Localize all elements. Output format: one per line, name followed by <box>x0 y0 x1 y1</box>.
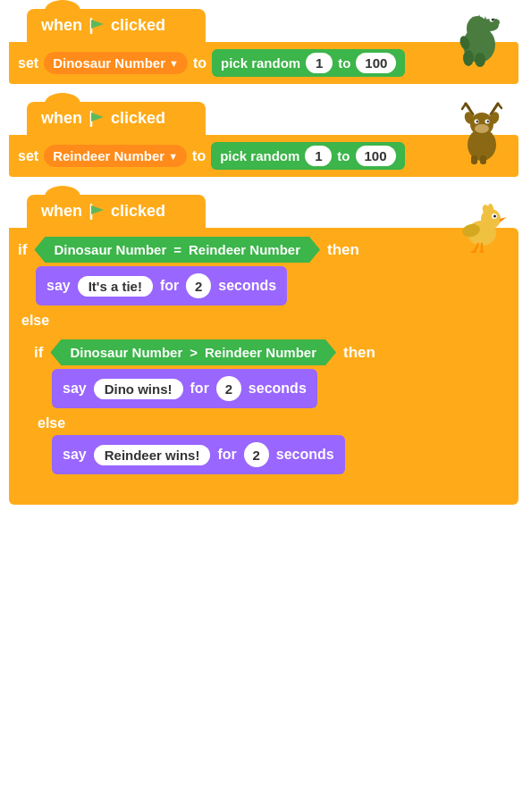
svg-line-19 <box>466 104 469 108</box>
svg-line-40 <box>475 244 478 251</box>
for-label-2: for <box>190 381 209 397</box>
svg-marker-33 <box>91 113 104 121</box>
from-val-1[interactable]: 1 <box>306 53 333 73</box>
hat-block-2[interactable]: when clicked <box>27 102 206 135</box>
bird-sprite <box>455 199 509 256</box>
seconds-label-2: seconds <box>249 381 307 397</box>
seconds-label-1: seconds <box>218 278 276 294</box>
when-label-1: when <box>41 16 82 35</box>
clicked-label-3: clicked <box>111 202 165 221</box>
clicked-label-2: clicked <box>111 109 165 128</box>
if-label-2: if <box>34 344 43 362</box>
dropdown-arrow-2: ▼ <box>168 151 178 162</box>
svg-marker-36 <box>500 217 507 222</box>
var-reindeer[interactable]: Reindeer Number ▼ <box>44 145 187 167</box>
svg-marker-14 <box>91 20 104 29</box>
then-label-2: then <box>343 344 375 362</box>
condition-2: Dinosaur Number > Reindeer Number <box>50 339 336 365</box>
block1-body: when clicked set Dinosaur Number ▼ to pi… <box>9 9 518 84</box>
to-val-1[interactable]: 100 <box>356 53 396 73</box>
pick-random-1[interactable]: pick random 1 to 100 <box>212 49 405 77</box>
condition-1: Dinosaur Number = Reindeer Number <box>34 237 320 263</box>
svg-point-12 <box>492 19 493 21</box>
hat-block-1[interactable]: when clicked <box>27 9 206 42</box>
say-text-2[interactable]: Dino wins! <box>94 379 183 399</box>
flag-icon-1 <box>88 18 105 34</box>
when-label-3: when <box>41 202 82 221</box>
say-label-3: say <box>63 447 87 463</box>
var-dino[interactable]: Dinosaur Number ▼ <box>44 52 188 74</box>
say-text-3[interactable]: Reindeer wins! <box>94 445 211 465</box>
clicked-label-1: clicked <box>111 16 165 35</box>
to-label-inner-1: to <box>338 55 350 71</box>
dinosaur-sprite <box>451 9 509 71</box>
flag-icon-2 <box>88 111 105 127</box>
set-block-1[interactable]: set Dinosaur Number ▼ to pick random 1 t… <box>9 42 518 84</box>
to-val-2[interactable]: 100 <box>356 146 396 166</box>
svg-rect-30 <box>471 155 477 164</box>
svg-marker-49 <box>91 205 104 214</box>
svg-point-6 <box>475 53 485 67</box>
set-label-2: set <box>18 148 38 164</box>
block-group-logic: when clicked if Dinosaur Number = Reinde… <box>9 195 522 505</box>
inner-if-block: if Dinosaur Number > Reindeer Number the… <box>27 332 510 490</box>
svg-line-22 <box>498 104 502 108</box>
svg-line-45 <box>482 251 484 253</box>
say-block-1[interactable]: say It's a tie! for 2 seconds <box>36 266 287 306</box>
then-label-1: then <box>327 241 359 259</box>
svg-point-5 <box>463 50 474 66</box>
svg-rect-31 <box>480 155 486 164</box>
if-row-2: if Dinosaur Number > Reindeer Number the… <box>34 339 502 365</box>
say-block-3[interactable]: say Reindeer wins! for 2 seconds <box>52 435 345 474</box>
block3-body: when clicked if Dinosaur Number = Reinde… <box>9 195 518 505</box>
if-label-1: if <box>18 241 27 259</box>
to-label-1: to <box>193 55 206 71</box>
say-block-2[interactable]: say Dino wins! for 2 seconds <box>52 369 317 408</box>
block-group-dinosaur: when clicked set Dinosaur Number ▼ to pi… <box>9 9 522 84</box>
svg-point-25 <box>475 124 489 133</box>
say-label-2: say <box>63 381 87 397</box>
pick-random-2[interactable]: pick random 1 to 100 <box>211 142 404 170</box>
if-else-container: if Dinosaur Number = Reindeer Number the… <box>9 228 518 505</box>
dropdown-arrow-1: ▼ <box>169 58 179 69</box>
set-label-1: set <box>18 55 38 71</box>
say-label-1: say <box>46 278 71 294</box>
say-num-1[interactable]: 2 <box>186 273 211 298</box>
else-label-2: else <box>38 415 502 431</box>
svg-point-38 <box>493 215 496 218</box>
when-label-2: when <box>41 109 82 128</box>
flag-icon-3 <box>88 204 105 220</box>
svg-point-27 <box>476 121 478 122</box>
svg-point-29 <box>487 121 489 122</box>
to-label-inner-2: to <box>337 148 350 163</box>
from-val-2[interactable]: 1 <box>305 146 332 166</box>
hat-block-3[interactable]: when clicked <box>27 195 206 228</box>
seconds-label-3: seconds <box>276 447 334 463</box>
for-label-3: for <box>217 447 236 463</box>
block2-body: when clicked set Reindeer Number ▼ to pi… <box>9 102 518 177</box>
for-label-1: for <box>160 278 179 294</box>
to-label-2: to <box>192 148 206 164</box>
say-text-1[interactable]: It's a tie! <box>78 276 153 297</box>
say-num-3[interactable]: 2 <box>244 442 269 467</box>
else-label-1: else <box>21 313 510 329</box>
block-group-reindeer: when clicked set Reindeer Number ▼ to pi… <box>9 102 522 177</box>
if-row-1: if Dinosaur Number = Reindeer Number the… <box>18 237 510 263</box>
set-block-2[interactable]: set Reindeer Number ▼ to pick random 1 t… <box>9 135 518 177</box>
svg-line-43 <box>475 251 476 253</box>
say-num-2[interactable]: 2 <box>216 376 241 401</box>
reindeer-sprite <box>455 102 509 168</box>
